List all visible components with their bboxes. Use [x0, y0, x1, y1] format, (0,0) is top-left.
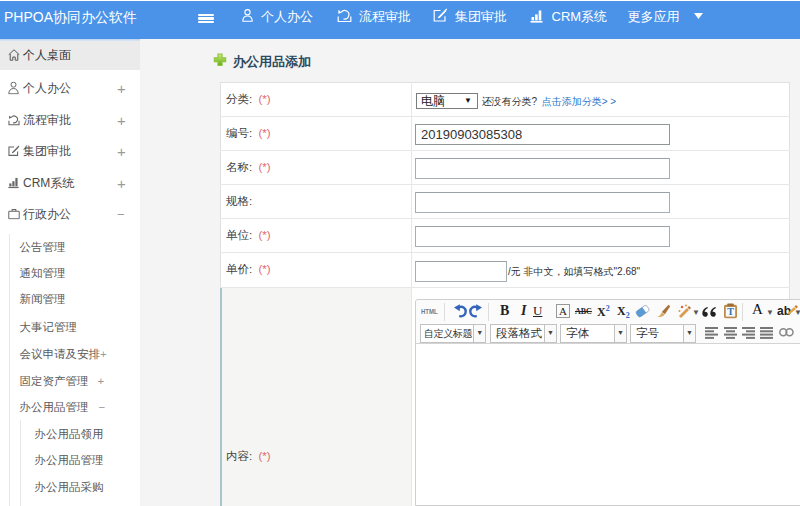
svg-text:T: T: [727, 306, 734, 317]
